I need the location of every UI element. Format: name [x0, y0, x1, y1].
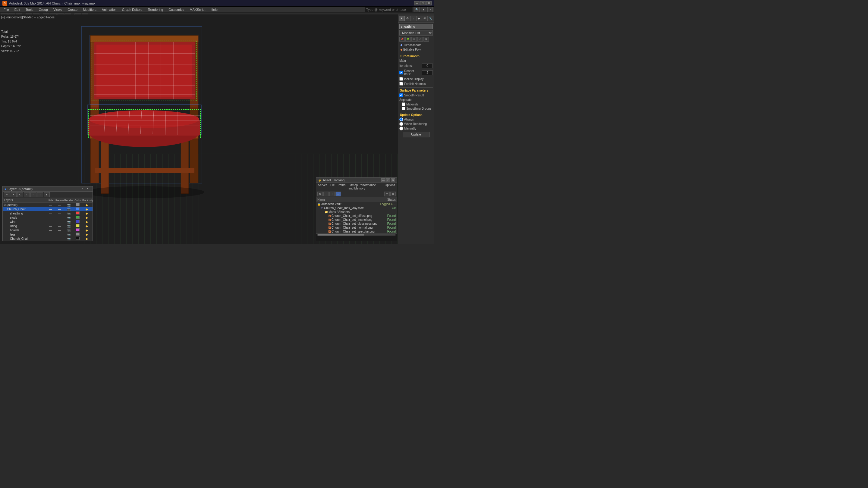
search-input[interactable]	[365, 7, 413, 12]
restore-button[interactable]: □	[420, 1, 426, 5]
asset-normal[interactable]: 🖼 Church_Chair_set_normal.png Found	[316, 226, 397, 230]
modifier-name-input[interactable]	[399, 24, 433, 29]
img4-icon: 🖼	[328, 226, 331, 229]
menu-help[interactable]: Help	[208, 7, 220, 12]
asset-max-file[interactable]: ⬡ Church_Chair_max_vray.max Ok	[316, 206, 397, 210]
render-iters-input[interactable]	[422, 70, 433, 75]
layer-default-name: 0 (default)	[4, 203, 46, 207]
search-options-button[interactable]: ▼	[421, 7, 426, 12]
asset-menu-paths[interactable]: Paths	[338, 184, 346, 190]
utilities-tab[interactable]: 🔧	[428, 16, 433, 21]
menu-customize[interactable]: Customize	[166, 7, 187, 12]
menu-group[interactable]: Group	[36, 7, 50, 12]
asset-diffuse[interactable]: 🖼 Church_Chair_set_diffuse.png Found	[316, 214, 397, 218]
asset-settings-btn[interactable]: ⚙	[390, 192, 396, 196]
asset-scrollbar-track[interactable]	[317, 234, 396, 235]
asset-menu-file[interactable]: File	[330, 184, 335, 190]
layers-name-header: Layers	[4, 198, 46, 202]
layers-add-selected-btn[interactable]: +↓	[17, 192, 23, 197]
asset-menu-bitmap[interactable]: Bitmap Performance and Memory	[348, 184, 381, 190]
layers-new-btn[interactable]: +	[4, 192, 10, 197]
asset-collapse-btn[interactable]: —	[323, 192, 329, 196]
vault-status: Logged O...	[378, 202, 396, 206]
layer-studs[interactable]: studs — — 📷 ◆	[3, 216, 93, 220]
layers-close-btn[interactable]: ✕	[87, 187, 91, 191]
materials-label: Materials	[406, 103, 418, 106]
layer-church-chair[interactable]: Church_Chair — — 📷 ◆	[3, 207, 93, 211]
layer-boards[interactable]: boards — — 📷 ◆	[3, 228, 93, 232]
asset-menu-options[interactable]: Options	[385, 184, 395, 190]
img2-icon: 🖼	[328, 218, 331, 221]
right-panel: ✦ ⚙ ↕ ▶ 👁 🔧 Modifier List 📌 🌳 👁 ✓ 🗑 Turb…	[398, 14, 434, 244]
materials-checkbox[interactable]	[402, 102, 405, 106]
display-tab[interactable]: 👁	[422, 16, 428, 21]
glossiness-status: Found	[378, 222, 396, 225]
turbosmooth-modifier[interactable]: TurboSmooth	[399, 43, 433, 47]
asset-view-btn[interactable]: ☰	[336, 192, 341, 196]
layer-church-chair-2[interactable]: Church_Chair — — 📷 ◆	[3, 236, 93, 241]
show-tree-btn[interactable]: 🌳	[405, 37, 411, 41]
iterations-input[interactable]	[422, 64, 433, 68]
asset-fresnel[interactable]: 🖼 Church_Chair_set_fresnel.png Found	[316, 218, 397, 222]
close-button[interactable]: ✕	[426, 1, 432, 5]
editable-poly-modifier[interactable]: Editable Poly	[399, 47, 433, 52]
layers-question-btn[interactable]: ?	[82, 187, 86, 191]
svg-rect-3	[101, 138, 109, 194]
layer-lining[interactable]: lining — — 📷 ◆	[3, 224, 93, 228]
menu-create[interactable]: Create	[65, 7, 80, 12]
explicit-normals-checkbox[interactable]	[399, 82, 403, 86]
create-tab[interactable]: ✦	[399, 16, 404, 21]
asset-menu-server[interactable]: Server	[318, 184, 327, 190]
menu-maxscript[interactable]: MAXScript	[187, 7, 208, 12]
show-result-btn[interactable]: 👁	[411, 37, 417, 41]
manually-radio[interactable]	[399, 127, 403, 130]
pin-mod-btn[interactable]: 📌	[399, 37, 405, 41]
smooth-result-checkbox[interactable]	[399, 93, 403, 97]
minimize-button[interactable]: —	[414, 1, 420, 5]
asset-refresh-btn[interactable]: ↻	[317, 192, 323, 196]
asset-restore-btn[interactable]: □	[386, 178, 390, 182]
menu-file[interactable]: File	[1, 7, 11, 12]
render-iters-checkbox[interactable]	[399, 71, 403, 74]
when-rendering-radio[interactable]	[399, 122, 403, 126]
search-button[interactable]: 🔍	[414, 7, 420, 12]
asset-scrollbar-thumb[interactable]	[317, 234, 364, 235]
layers-set-current-btn[interactable]: ↑	[37, 192, 43, 197]
layer-wire[interactable]: wire — — 📷 ◆	[3, 220, 93, 224]
asset-vault[interactable]: 🔒 Autodesk Vault Logged O...	[316, 202, 397, 206]
hierarchy-tab[interactable]: ↕	[410, 16, 416, 21]
always-radio[interactable]	[399, 118, 403, 121]
layers-expand-btn[interactable]: ▼	[44, 192, 50, 197]
menu-edit[interactable]: Edit	[12, 7, 23, 12]
asset-help-btn[interactable]: ?	[384, 192, 390, 196]
menu-views[interactable]: Views	[51, 7, 64, 12]
motion-tab[interactable]: ▶	[416, 16, 422, 21]
layer-sheathing[interactable]: sheathing — — 📷 ◆	[3, 211, 93, 216]
enable-mod-btn[interactable]: ✓	[417, 37, 423, 41]
asset-scrollbar[interactable]	[316, 233, 397, 236]
menu-rendering[interactable]: Rendering	[146, 7, 166, 12]
modifier-list-dropdown[interactable]: Modifier List	[399, 30, 433, 36]
layers-select-objects-btn[interactable]: ✓	[24, 192, 30, 197]
layers-select-layer-btn[interactable]: →	[30, 192, 36, 197]
smoothing-groups-checkbox[interactable]	[402, 107, 405, 110]
asset-close-btn[interactable]: ✕	[391, 178, 395, 182]
asset-minimize-btn[interactable]: —	[381, 178, 385, 182]
asset-glossiness[interactable]: 🖼 Church_Chair_set_glossiness.png Found	[316, 222, 397, 226]
asset-expand-btn[interactable]: +	[330, 192, 335, 196]
layer-legs[interactable]: legs — — 📷 ◆	[3, 232, 93, 236]
layers-delete-btn[interactable]: ✕	[10, 192, 17, 197]
asset-maps-folder[interactable]: 📁 Maps / Shaders	[316, 210, 397, 214]
menu-modifiers[interactable]: Modifiers	[81, 7, 99, 12]
layer-default[interactable]: 0 (default) — — 📷 ◆	[3, 203, 93, 207]
modify-tab[interactable]: ⚙	[404, 16, 410, 21]
asset-specular[interactable]: 🖼 Church_Chair_set_specular.png Found	[316, 230, 397, 233]
menu-tools[interactable]: Tools	[23, 7, 36, 12]
menu-graph-editors[interactable]: Graph Editors	[120, 7, 145, 12]
isoline-checkbox[interactable]	[399, 77, 403, 81]
menu-animation[interactable]: Animation	[99, 7, 119, 12]
layers-title: ■ Layer: 0 (default)	[4, 187, 33, 191]
update-button[interactable]: Update	[403, 132, 430, 137]
help-button[interactable]: ?	[427, 7, 433, 12]
delete-mod-btn[interactable]: 🗑	[424, 37, 429, 41]
